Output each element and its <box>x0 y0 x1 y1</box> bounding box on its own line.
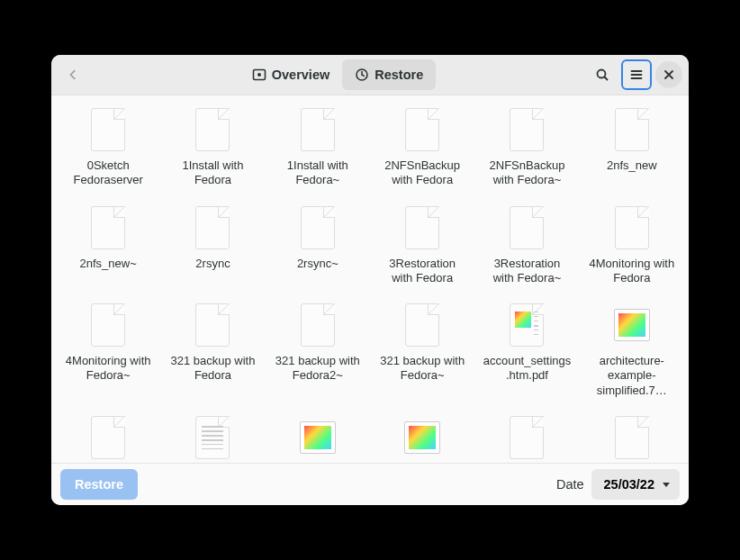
file-label: architecture-example-simplified.7… <box>587 354 677 398</box>
view-switcher: Overview Restore <box>239 59 437 90</box>
generic-file-icon <box>615 416 649 459</box>
menu-button[interactable] <box>621 59 652 90</box>
file-item[interactable]: 0Sketch Fedoraserver <box>57 101 159 197</box>
file-item[interactable]: 1Install with Fedora <box>161 101 264 197</box>
hamburger-icon <box>629 68 644 82</box>
file-label: 1Install with Fedora <box>167 158 257 188</box>
file-label: 1Install with Fedora~ <box>273 158 363 188</box>
file-item[interactable]: 4Monitoring with Fedora~ <box>57 296 159 407</box>
tab-restore-label: Restore <box>375 68 423 82</box>
file-item[interactable]: 2rsync <box>161 199 264 295</box>
generic-file-icon <box>91 206 125 249</box>
image-file-icon <box>614 309 650 341</box>
file-item[interactable] <box>475 409 578 463</box>
file-item[interactable]: 2NFSnBackup with Fedora~ <box>475 101 578 197</box>
back-button[interactable] <box>58 59 88 90</box>
close-button[interactable] <box>655 61 682 88</box>
generic-file-icon <box>91 303 125 347</box>
file-item[interactable]: 321 backup with Fedora <box>161 296 264 407</box>
file-item[interactable]: 2nfs_new~ <box>57 199 159 295</box>
file-item[interactable]: 2nfs_new <box>581 101 683 197</box>
file-label: 2nfs_new <box>607 158 657 173</box>
generic-file-icon <box>615 108 649 151</box>
tab-overview[interactable]: Overview <box>239 59 343 90</box>
file-label: 2rsync~ <box>297 257 338 271</box>
file-label: 2rsync <box>195 257 230 271</box>
triangle-down-icon <box>662 480 671 489</box>
image-file-icon <box>300 421 336 454</box>
file-item[interactable]: 3Restoration with Fedora~ <box>475 199 578 295</box>
file-item[interactable] <box>371 409 474 463</box>
document-preview-icon <box>510 303 544 347</box>
chevron-left-icon <box>67 68 79 81</box>
date-label: Date <box>556 477 584 492</box>
file-label: 4Monitoring with Fedora~ <box>63 354 153 384</box>
restore-button[interactable]: Restore <box>60 469 138 500</box>
generic-file-icon <box>615 206 649 249</box>
generic-file-icon <box>510 108 544 151</box>
file-item[interactable]: account_settings.htm.pdf <box>475 296 578 407</box>
file-label: 4Monitoring with Fedora <box>587 257 677 286</box>
file-label: 321 backup with Fedora~ <box>377 354 467 384</box>
tab-restore[interactable]: Restore <box>342 59 436 90</box>
file-browser[interactable]: 0Sketch Fedoraserver1Install with Fedora… <box>51 95 689 463</box>
file-item[interactable]: architecture-example-simplified.7… <box>581 296 683 407</box>
file-item[interactable]: 4Monitoring with Fedora <box>581 199 683 295</box>
file-label: 0Sketch Fedoraserver <box>63 158 153 188</box>
svg-point-1 <box>257 73 261 77</box>
header-bar: Overview Restore <box>51 55 689 95</box>
action-bar: Restore Date 25/03/22 <box>51 463 689 505</box>
file-label: 321 backup with Fedora <box>167 354 257 384</box>
search-icon <box>595 68 609 82</box>
file-label: 2NFSnBackup with Fedora <box>377 158 467 188</box>
file-item[interactable]: 2rsync~ <box>266 199 369 295</box>
search-button[interactable] <box>587 59 618 90</box>
overview-icon <box>252 68 266 82</box>
generic-file-icon <box>405 206 439 249</box>
generic-file-icon <box>301 206 335 249</box>
generic-file-icon <box>195 303 230 347</box>
app-window: Overview Restore 0Sketch Fedoraserver1In… <box>51 55 689 505</box>
text-file-icon <box>195 416 230 459</box>
file-item[interactable]: 321 backup with Fedora2~ <box>266 296 369 407</box>
file-label: 3Restoration with Fedora <box>377 257 467 286</box>
file-item[interactable]: 321 backup with Fedora~ <box>371 296 474 407</box>
image-file-icon <box>404 421 440 454</box>
generic-file-icon <box>91 416 125 459</box>
file-item[interactable]: 2NFSnBackup with Fedora <box>371 101 474 197</box>
tab-overview-label: Overview <box>272 68 330 82</box>
date-value: 25/03/22 <box>604 477 654 492</box>
generic-file-icon <box>510 416 544 459</box>
generic-file-icon <box>301 108 335 151</box>
clock-icon <box>355 68 369 82</box>
file-label: account_settings.htm.pdf <box>482 354 572 384</box>
file-item[interactable] <box>581 409 683 463</box>
date-picker-button[interactable]: 25/03/22 <box>591 469 680 500</box>
file-label: 2NFSnBackup with Fedora~ <box>482 158 572 188</box>
file-label: 321 backup with Fedora2~ <box>273 354 363 384</box>
file-label: 2nfs_new~ <box>80 257 137 271</box>
file-item[interactable]: 3Restoration with Fedora <box>371 199 474 295</box>
generic-file-icon <box>91 108 125 151</box>
generic-file-icon <box>195 206 230 249</box>
generic-file-icon <box>405 303 439 347</box>
close-icon <box>663 69 674 80</box>
file-item[interactable] <box>161 409 264 463</box>
generic-file-icon <box>510 206 544 249</box>
generic-file-icon <box>195 108 230 151</box>
generic-file-icon <box>405 108 439 151</box>
file-label: 3Restoration with Fedora~ <box>482 257 572 286</box>
file-item[interactable]: 1Install with Fedora~ <box>266 101 369 197</box>
file-item[interactable] <box>266 409 369 463</box>
file-item[interactable] <box>57 409 159 463</box>
generic-file-icon <box>301 303 335 347</box>
